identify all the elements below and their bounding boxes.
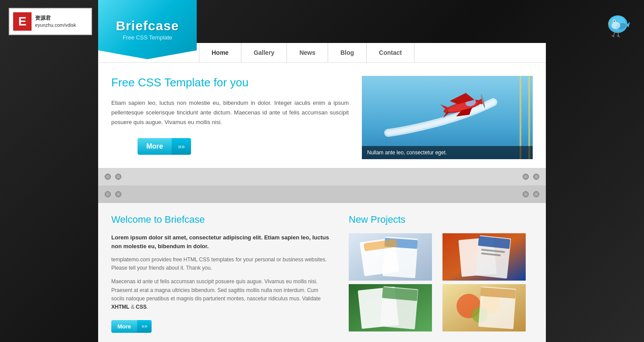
screws-bar-top: [98, 168, 546, 185]
screw-4: [533, 174, 539, 180]
welcome-more-arrow: »»: [137, 320, 152, 333]
svg-line-11: [613, 36, 614, 37]
svg-line-13: [619, 36, 619, 37]
project-thumb-1[interactable]: [349, 233, 432, 281]
nav-item-gallery[interactable]: Gallery: [241, 43, 287, 62]
project-thumb-4[interactable]: [442, 284, 526, 331]
screw-8: [533, 191, 539, 197]
nav-items: Home Gallery News Blog Contact: [199, 43, 414, 62]
screw-3: [523, 174, 529, 180]
lower-section: Welcome to Briefcase Lorem ipsum dolor s…: [98, 203, 546, 342]
svg-point-7: [612, 22, 620, 29]
site-wrapper: Briefcase Free CSS Template Home Gallery…: [98, 0, 546, 342]
screws-right-top: [523, 174, 539, 180]
hero-image-caption: Nullam ante leo, consectetur eget.: [362, 146, 533, 159]
welcome-body1: templatemo.com provides free HTML CSS te…: [111, 256, 331, 272]
screws-right-bottom: [523, 191, 539, 197]
welcome-lead: Lorem ipsum dolor sit amet, consectetur …: [111, 233, 331, 250]
screw-5: [105, 191, 111, 197]
logo-letter: E: [13, 12, 32, 31]
welcome-title: Welcome to Briefcase: [111, 214, 331, 225]
hero-title: Free CSS Template for you: [111, 76, 349, 89]
nav-item-home[interactable]: Home: [199, 43, 241, 62]
project-thumb-2[interactable]: [442, 233, 526, 281]
nav-item-contact[interactable]: Contact: [367, 43, 414, 62]
site-header: Briefcase Free CSS Template Home Gallery…: [98, 0, 546, 61]
briefcase-title: Briefcase: [116, 18, 179, 33]
nav-item-news[interactable]: News: [287, 43, 328, 62]
more-button-wrapper: More »»: [138, 138, 191, 155]
welcome-column: Welcome to Briefcase Lorem ipsum dolor s…: [111, 214, 331, 333]
welcome-body2: Maecenas id ante ut felis accumsan susci…: [111, 278, 331, 311]
projects-column: New Projects: [349, 214, 533, 333]
hero-image-wrapper: Nullam ante leo, consectetur eget.: [362, 76, 533, 159]
logo-text: 资源君 eyunzhu.com/vdisk: [35, 14, 76, 28]
briefcase-subtitle: Free CSS Template: [123, 34, 172, 41]
twitter-bird-icon: [605, 9, 631, 37]
projects-title: New Projects: [349, 214, 533, 225]
screws-left-bottom: [105, 191, 121, 197]
more-button[interactable]: More: [138, 138, 172, 155]
screws-left-top: [105, 174, 121, 180]
welcome-more-wrapper: More »»: [111, 320, 152, 333]
project-thumb-3[interactable]: [349, 284, 432, 331]
screws-bar-bottom: [98, 185, 546, 203]
welcome-more-button[interactable]: More: [111, 320, 137, 333]
screw-2: [115, 174, 121, 180]
more-button-arrow: »»: [172, 138, 191, 155]
hero-text: Free CSS Template for you Etiam sapien l…: [111, 76, 349, 155]
projects-grid: [349, 233, 533, 331]
screw-1: [105, 174, 111, 180]
hero-section: Free CSS Template for you Etiam sapien l…: [98, 63, 546, 168]
screw-6: [115, 191, 121, 197]
svg-point-3: [614, 21, 615, 22]
site-logo-badge: E 资源君 eyunzhu.com/vdisk: [9, 8, 92, 35]
screw-7: [523, 191, 529, 197]
main-content: Free CSS Template for you Etiam sapien l…: [98, 63, 546, 342]
nav-item-blog[interactable]: Blog: [328, 43, 367, 62]
xhtml-label: XHTML: [111, 304, 129, 310]
briefcase-logo: Briefcase Free CSS Template: [98, 0, 197, 59]
css-label: CSS: [136, 304, 147, 310]
hero-body: Etiam sapien leo, luctus non molestie eu…: [111, 98, 349, 127]
